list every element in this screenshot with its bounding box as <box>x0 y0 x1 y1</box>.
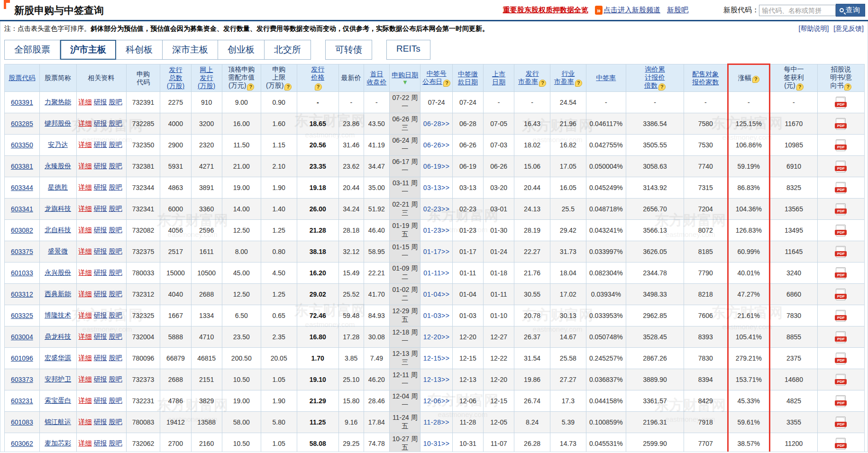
col-first_close[interactable]: 首日收盘价 <box>364 64 390 92</box>
stock-name-link[interactable]: 龙旗科技 <box>45 205 71 212</box>
pdf-icon[interactable]: PDF <box>836 182 846 194</box>
new-stock-bar-link[interactable]: 新股吧 <box>667 6 688 15</box>
guba-link[interactable]: 股吧 <box>109 375 122 383</box>
pdf-icon[interactable]: PDF <box>836 225 846 236</box>
detail-link[interactable]: 详细 <box>79 269 92 276</box>
help-icon[interactable]: ? <box>284 83 292 91</box>
help-icon[interactable]: ? <box>658 83 666 91</box>
tab-1[interactable]: 沪市主板 <box>60 40 116 60</box>
pdf-icon[interactable]: PDF <box>836 139 846 151</box>
report-link[interactable]: 研报 <box>94 439 107 447</box>
guba-link[interactable]: 股吧 <box>109 98 122 106</box>
help-icon[interactable]: ? <box>443 80 450 87</box>
stock-name-link[interactable]: 北自科技 <box>45 226 71 234</box>
stock-code-link[interactable]: 601096 <box>11 354 33 362</box>
report-link[interactable]: 研报 <box>94 141 107 148</box>
guba-link[interactable]: 股吧 <box>109 439 122 447</box>
pdf-icon[interactable]: PDF <box>836 331 846 343</box>
pdf-icon[interactable]: PDF <box>836 374 846 386</box>
stock-code-link[interactable]: 603231 <box>11 397 33 405</box>
stock-name-link[interactable]: 博隆技术 <box>45 311 71 319</box>
report-link[interactable]: 研报 <box>94 311 107 319</box>
pdf-icon[interactable]: PDF <box>836 246 846 258</box>
pdf-icon[interactable]: PDF <box>836 161 846 172</box>
search-button[interactable]: 查询 <box>836 4 865 17</box>
detail-link[interactable]: 详细 <box>79 226 92 234</box>
detail-link[interactable]: 详细 <box>79 311 92 319</box>
guba-link[interactable]: 股吧 <box>109 205 122 212</box>
stock-name-link[interactable]: 永兴股份 <box>45 269 71 276</box>
lottery-number-link[interactable]: 12-20>> <box>423 333 450 341</box>
detail-link[interactable]: 详细 <box>79 247 92 255</box>
col-bidders[interactable]: 配售对象报价家数 <box>684 64 728 92</box>
stock-name-link[interactable]: 鼎龙科技 <box>45 333 71 340</box>
guba-link[interactable]: 股吧 <box>109 418 122 426</box>
help-icon[interactable]: ? <box>247 83 254 91</box>
stock-code-link[interactable]: 603341 <box>11 205 33 213</box>
report-link[interactable]: 研报 <box>94 205 107 212</box>
col-code[interactable]: 股票代码 <box>5 64 40 92</box>
detail-link[interactable]: 详细 <box>79 141 92 148</box>
col-price[interactable]: 发行价格? <box>297 64 338 92</box>
report-link[interactable]: 研报 <box>94 333 107 340</box>
col-inquiry[interactable]: 询价累计报价倍数? <box>626 64 684 92</box>
tab-4[interactable]: 创业板 <box>218 40 265 60</box>
guba-link[interactable]: 股吧 <box>109 226 122 234</box>
report-link[interactable]: 研报 <box>94 418 107 426</box>
pdf-icon[interactable]: PDF <box>836 118 846 130</box>
guba-link[interactable]: 股吧 <box>109 119 122 127</box>
new-stock-channel-link[interactable]: 点击进入新股频道 <box>603 6 660 15</box>
pdf-icon[interactable]: PDF <box>836 438 846 450</box>
col-total[interactable]: 发行总数(万股) <box>160 64 191 92</box>
detail-link[interactable]: 详细 <box>79 333 92 340</box>
lottery-number-link[interactable]: 06-28>> <box>423 120 450 127</box>
help-icon[interactable]: ? <box>796 83 804 91</box>
lottery-number-link[interactable]: 12-06>> <box>423 397 450 405</box>
tab-7[interactable]: REITs <box>386 40 430 60</box>
guba-link[interactable]: 股吧 <box>109 311 122 319</box>
guba-link[interactable]: 股吧 <box>109 333 122 340</box>
stock-name-link[interactable]: 西典新能 <box>45 290 71 298</box>
stock-code-link[interactable]: 603312 <box>11 290 33 298</box>
tab-3[interactable]: 深市主板 <box>163 40 218 60</box>
pledge-data-link[interactable]: 重要股东股权质押数据全览 <box>503 6 588 15</box>
pdf-icon[interactable]: PDF <box>836 203 846 215</box>
stock-code-input[interactable] <box>759 5 836 16</box>
stock-name-link[interactable]: 盛景微 <box>48 247 68 255</box>
col-apply_date[interactable]: 申购日期▼ <box>390 64 420 92</box>
col-industry_pe[interactable]: 行业市盈率? <box>550 64 586 92</box>
detail-link[interactable]: 详细 <box>79 183 92 191</box>
report-link[interactable]: 研报 <box>94 290 107 298</box>
tab-0[interactable]: 全部股票 <box>4 40 60 60</box>
report-link[interactable]: 研报 <box>94 397 107 404</box>
report-link[interactable]: 研报 <box>94 375 107 383</box>
report-link[interactable]: 研报 <box>94 183 107 191</box>
tab-6[interactable]: 可转债 <box>325 40 372 60</box>
stock-name-link[interactable]: 锦江航运 <box>45 418 71 426</box>
guba-link[interactable]: 股吧 <box>109 183 122 191</box>
pdf-icon[interactable]: PDF <box>836 310 846 322</box>
lottery-number-link[interactable]: 10-31>> <box>423 440 450 447</box>
stock-code-link[interactable]: 603004 <box>11 333 33 341</box>
col-announce_date[interactable]: 中签号公布日? <box>420 64 452 92</box>
help-icon[interactable]: ? <box>315 83 322 91</box>
stock-code-link[interactable]: 603325 <box>11 312 33 319</box>
guba-link[interactable]: 股吧 <box>109 162 122 170</box>
detail-link[interactable]: 详细 <box>79 354 92 362</box>
stock-code-link[interactable]: 603082 <box>11 226 33 234</box>
help-icon[interactable]: ? <box>539 80 546 87</box>
lottery-number-link[interactable]: 01-23>> <box>423 226 450 234</box>
help-icon[interactable]: ? <box>575 80 582 87</box>
lottery-number-link[interactable]: 06-26>> <box>423 141 450 149</box>
detail-link[interactable]: 详细 <box>79 162 92 170</box>
report-link[interactable]: 研报 <box>94 226 107 234</box>
tab-5[interactable]: 北交所 <box>265 40 311 60</box>
detail-link[interactable]: 详细 <box>79 290 92 298</box>
stock-code-link[interactable]: 603381 <box>11 163 33 170</box>
detail-link[interactable]: 详细 <box>79 205 92 212</box>
lottery-number-link[interactable]: 06-19>> <box>423 163 450 170</box>
stock-name-link[interactable]: 索宝蛋白 <box>45 397 71 404</box>
col-online[interactable]: 网上发行(万股) <box>191 64 222 92</box>
stock-code-link[interactable]: 603344 <box>11 184 33 191</box>
report-link[interactable]: 研报 <box>94 247 107 255</box>
